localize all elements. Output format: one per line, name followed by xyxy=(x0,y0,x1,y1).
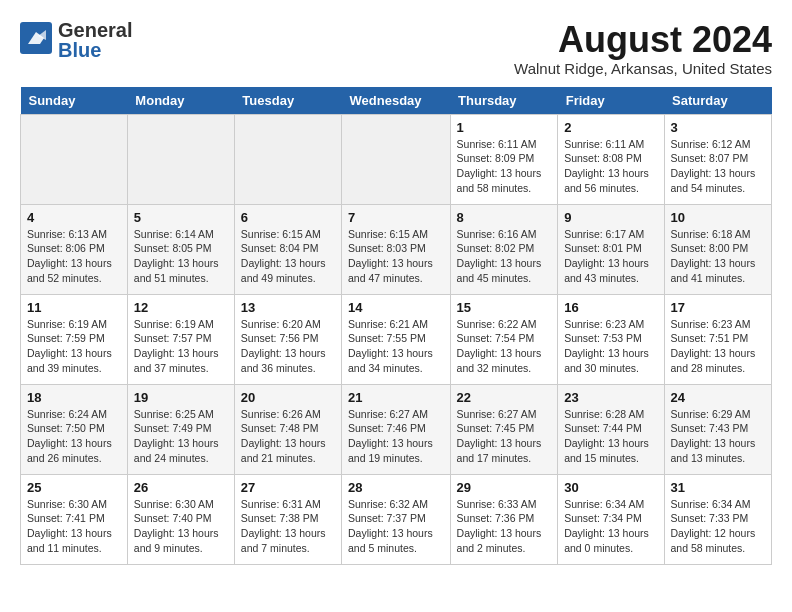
week-row-5: 25 Sunrise: 6:30 AM Sunset: 7:41 PM Dayl… xyxy=(21,474,772,564)
sunrise-text: Sunrise: 6:26 AM xyxy=(241,408,321,420)
sunset-text: Sunset: 8:03 PM xyxy=(348,242,426,254)
day-info: Sunrise: 6:27 AM Sunset: 7:46 PM Dayligh… xyxy=(348,407,444,466)
day-info: Sunrise: 6:13 AM Sunset: 8:06 PM Dayligh… xyxy=(27,227,121,286)
day-number: 12 xyxy=(134,300,228,315)
day-info: Sunrise: 6:23 AM Sunset: 7:53 PM Dayligh… xyxy=(564,317,657,376)
sunset-text: Sunset: 8:00 PM xyxy=(671,242,749,254)
day-info: Sunrise: 6:15 AM Sunset: 8:03 PM Dayligh… xyxy=(348,227,444,286)
sunrise-text: Sunrise: 6:34 AM xyxy=(564,498,644,510)
day-info: Sunrise: 6:21 AM Sunset: 7:55 PM Dayligh… xyxy=(348,317,444,376)
day-cell: 26 Sunrise: 6:30 AM Sunset: 7:40 PM Dayl… xyxy=(127,474,234,564)
sunrise-text: Sunrise: 6:32 AM xyxy=(348,498,428,510)
day-number: 18 xyxy=(27,390,121,405)
sunset-text: Sunset: 7:38 PM xyxy=(241,512,319,524)
day-info: Sunrise: 6:34 AM Sunset: 7:34 PM Dayligh… xyxy=(564,497,657,556)
day-cell: 2 Sunrise: 6:11 AM Sunset: 8:08 PM Dayli… xyxy=(558,114,664,204)
daylight-text: Daylight: 13 hours and 17 minutes. xyxy=(457,437,542,464)
header-sunday: Sunday xyxy=(21,87,128,115)
day-number: 30 xyxy=(564,480,657,495)
sunset-text: Sunset: 7:55 PM xyxy=(348,332,426,344)
day-number: 15 xyxy=(457,300,552,315)
day-cell: 6 Sunrise: 6:15 AM Sunset: 8:04 PM Dayli… xyxy=(234,204,341,294)
daylight-text: Daylight: 13 hours and 37 minutes. xyxy=(134,347,219,374)
daylight-text: Daylight: 13 hours and 24 minutes. xyxy=(134,437,219,464)
day-info: Sunrise: 6:19 AM Sunset: 7:59 PM Dayligh… xyxy=(27,317,121,376)
daylight-text: Daylight: 13 hours and 56 minutes. xyxy=(564,167,649,194)
day-number: 8 xyxy=(457,210,552,225)
day-number: 1 xyxy=(457,120,552,135)
sunset-text: Sunset: 8:05 PM xyxy=(134,242,212,254)
day-info: Sunrise: 6:29 AM Sunset: 7:43 PM Dayligh… xyxy=(671,407,765,466)
sunset-text: Sunset: 7:40 PM xyxy=(134,512,212,524)
logo-general: General xyxy=(58,20,132,40)
daylight-text: Daylight: 13 hours and 30 minutes. xyxy=(564,347,649,374)
day-info: Sunrise: 6:17 AM Sunset: 8:01 PM Dayligh… xyxy=(564,227,657,286)
daylight-text: Daylight: 13 hours and 49 minutes. xyxy=(241,257,326,284)
day-number: 28 xyxy=(348,480,444,495)
day-cell: 21 Sunrise: 6:27 AM Sunset: 7:46 PM Dayl… xyxy=(342,384,451,474)
day-cell: 19 Sunrise: 6:25 AM Sunset: 7:49 PM Dayl… xyxy=(127,384,234,474)
day-info: Sunrise: 6:12 AM Sunset: 8:07 PM Dayligh… xyxy=(671,137,765,196)
sunset-text: Sunset: 7:56 PM xyxy=(241,332,319,344)
daylight-text: Daylight: 13 hours and 26 minutes. xyxy=(27,437,112,464)
day-info: Sunrise: 6:16 AM Sunset: 8:02 PM Dayligh… xyxy=(457,227,552,286)
day-cell: 11 Sunrise: 6:19 AM Sunset: 7:59 PM Dayl… xyxy=(21,294,128,384)
week-row-3: 11 Sunrise: 6:19 AM Sunset: 7:59 PM Dayl… xyxy=(21,294,772,384)
day-cell: 23 Sunrise: 6:28 AM Sunset: 7:44 PM Dayl… xyxy=(558,384,664,474)
daylight-text: Daylight: 13 hours and 41 minutes. xyxy=(671,257,756,284)
day-info: Sunrise: 6:15 AM Sunset: 8:04 PM Dayligh… xyxy=(241,227,335,286)
daylight-text: Daylight: 13 hours and 36 minutes. xyxy=(241,347,326,374)
daylight-text: Daylight: 13 hours and 47 minutes. xyxy=(348,257,433,284)
sunset-text: Sunset: 7:41 PM xyxy=(27,512,105,524)
sunrise-text: Sunrise: 6:23 AM xyxy=(671,318,751,330)
sunset-text: Sunset: 7:50 PM xyxy=(27,422,105,434)
day-number: 10 xyxy=(671,210,765,225)
day-info: Sunrise: 6:27 AM Sunset: 7:45 PM Dayligh… xyxy=(457,407,552,466)
day-cell: 18 Sunrise: 6:24 AM Sunset: 7:50 PM Dayl… xyxy=(21,384,128,474)
header-wednesday: Wednesday xyxy=(342,87,451,115)
month-year-title: August 2024 xyxy=(514,20,772,60)
header-monday: Monday xyxy=(127,87,234,115)
day-number: 4 xyxy=(27,210,121,225)
daylight-text: Daylight: 13 hours and 13 minutes. xyxy=(671,437,756,464)
day-number: 3 xyxy=(671,120,765,135)
day-cell: 28 Sunrise: 6:32 AM Sunset: 7:37 PM Dayl… xyxy=(342,474,451,564)
daylight-text: Daylight: 13 hours and 28 minutes. xyxy=(671,347,756,374)
day-cell xyxy=(21,114,128,204)
daylight-text: Daylight: 13 hours and 9 minutes. xyxy=(134,527,219,554)
day-info: Sunrise: 6:32 AM Sunset: 7:37 PM Dayligh… xyxy=(348,497,444,556)
daylight-text: Daylight: 13 hours and 58 minutes. xyxy=(457,167,542,194)
day-info: Sunrise: 6:11 AM Sunset: 8:09 PM Dayligh… xyxy=(457,137,552,196)
sunrise-text: Sunrise: 6:33 AM xyxy=(457,498,537,510)
sunset-text: Sunset: 7:49 PM xyxy=(134,422,212,434)
sunrise-text: Sunrise: 6:14 AM xyxy=(134,228,214,240)
daylight-text: Daylight: 13 hours and 15 minutes. xyxy=(564,437,649,464)
sunset-text: Sunset: 7:37 PM xyxy=(348,512,426,524)
sunrise-text: Sunrise: 6:15 AM xyxy=(241,228,321,240)
day-number: 9 xyxy=(564,210,657,225)
sunset-text: Sunset: 8:09 PM xyxy=(457,152,535,164)
sunrise-text: Sunrise: 6:30 AM xyxy=(134,498,214,510)
day-info: Sunrise: 6:31 AM Sunset: 7:38 PM Dayligh… xyxy=(241,497,335,556)
sunrise-text: Sunrise: 6:11 AM xyxy=(457,138,537,150)
day-number: 6 xyxy=(241,210,335,225)
day-info: Sunrise: 6:23 AM Sunset: 7:51 PM Dayligh… xyxy=(671,317,765,376)
week-row-4: 18 Sunrise: 6:24 AM Sunset: 7:50 PM Dayl… xyxy=(21,384,772,474)
daylight-text: Daylight: 13 hours and 54 minutes. xyxy=(671,167,756,194)
sunrise-text: Sunrise: 6:15 AM xyxy=(348,228,428,240)
sunset-text: Sunset: 7:53 PM xyxy=(564,332,642,344)
day-info: Sunrise: 6:18 AM Sunset: 8:00 PM Dayligh… xyxy=(671,227,765,286)
sunrise-text: Sunrise: 6:21 AM xyxy=(348,318,428,330)
daylight-text: Daylight: 13 hours and 45 minutes. xyxy=(457,257,542,284)
day-cell: 3 Sunrise: 6:12 AM Sunset: 8:07 PM Dayli… xyxy=(664,114,771,204)
header-saturday: Saturday xyxy=(664,87,771,115)
daylight-text: Daylight: 13 hours and 34 minutes. xyxy=(348,347,433,374)
sunrise-text: Sunrise: 6:27 AM xyxy=(348,408,428,420)
day-info: Sunrise: 6:24 AM Sunset: 7:50 PM Dayligh… xyxy=(27,407,121,466)
title-area: August 2024 Walnut Ridge, Arkansas, Unit… xyxy=(514,20,772,77)
day-info: Sunrise: 6:20 AM Sunset: 7:56 PM Dayligh… xyxy=(241,317,335,376)
sunrise-text: Sunrise: 6:18 AM xyxy=(671,228,751,240)
daylight-text: Daylight: 13 hours and 19 minutes. xyxy=(348,437,433,464)
daylight-text: Daylight: 13 hours and 39 minutes. xyxy=(27,347,112,374)
day-number: 31 xyxy=(671,480,765,495)
